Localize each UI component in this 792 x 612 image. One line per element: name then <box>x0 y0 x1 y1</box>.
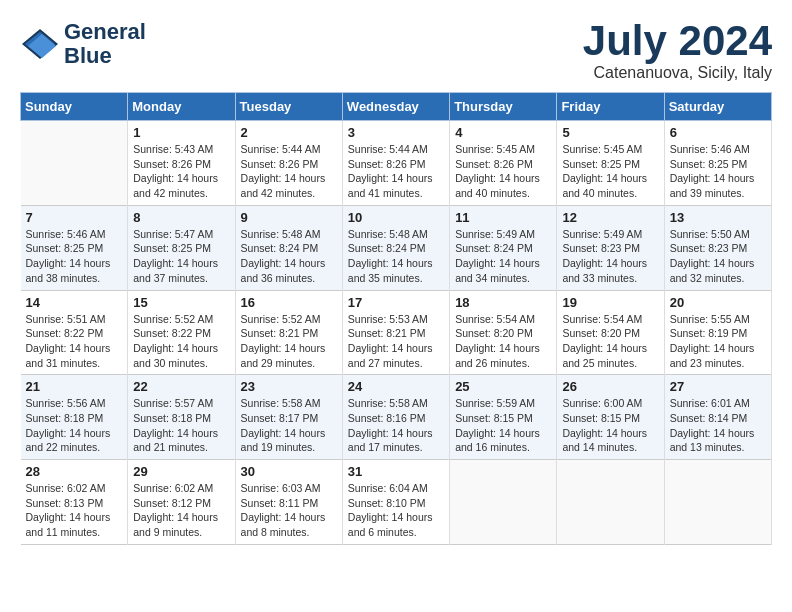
day-info: Sunrise: 5:49 AM Sunset: 8:24 PM Dayligh… <box>455 227 551 286</box>
location: Catenanuova, Sicily, Italy <box>583 64 772 82</box>
day-number: 29 <box>133 464 229 479</box>
calendar-week-row: 14Sunrise: 5:51 AM Sunset: 8:22 PM Dayli… <box>21 290 772 375</box>
calendar-cell <box>664 460 771 545</box>
day-number: 9 <box>241 210 337 225</box>
calendar-cell: 24Sunrise: 5:58 AM Sunset: 8:16 PM Dayli… <box>342 375 449 460</box>
day-number: 31 <box>348 464 444 479</box>
day-info: Sunrise: 5:44 AM Sunset: 8:26 PM Dayligh… <box>348 142 444 201</box>
day-info: Sunrise: 5:58 AM Sunset: 8:16 PM Dayligh… <box>348 396 444 455</box>
day-info: Sunrise: 5:45 AM Sunset: 8:25 PM Dayligh… <box>562 142 658 201</box>
day-number: 30 <box>241 464 337 479</box>
day-info: Sunrise: 5:47 AM Sunset: 8:25 PM Dayligh… <box>133 227 229 286</box>
day-info: Sunrise: 5:54 AM Sunset: 8:20 PM Dayligh… <box>562 312 658 371</box>
calendar-cell: 23Sunrise: 5:58 AM Sunset: 8:17 PM Dayli… <box>235 375 342 460</box>
day-info: Sunrise: 5:55 AM Sunset: 8:19 PM Dayligh… <box>670 312 766 371</box>
logo-icon <box>20 24 60 64</box>
day-info: Sunrise: 6:02 AM Sunset: 8:12 PM Dayligh… <box>133 481 229 540</box>
day-number: 8 <box>133 210 229 225</box>
calendar-cell: 29Sunrise: 6:02 AM Sunset: 8:12 PM Dayli… <box>128 460 235 545</box>
day-number: 25 <box>455 379 551 394</box>
calendar-cell: 17Sunrise: 5:53 AM Sunset: 8:21 PM Dayli… <box>342 290 449 375</box>
day-info: Sunrise: 6:02 AM Sunset: 8:13 PM Dayligh… <box>26 481 123 540</box>
calendar-cell: 25Sunrise: 5:59 AM Sunset: 8:15 PM Dayli… <box>450 375 557 460</box>
day-number: 11 <box>455 210 551 225</box>
calendar-cell: 28Sunrise: 6:02 AM Sunset: 8:13 PM Dayli… <box>21 460 128 545</box>
day-number: 6 <box>670 125 766 140</box>
calendar-cell <box>21 121 128 206</box>
calendar-week-row: 1Sunrise: 5:43 AM Sunset: 8:26 PM Daylig… <box>21 121 772 206</box>
day-info: Sunrise: 5:54 AM Sunset: 8:20 PM Dayligh… <box>455 312 551 371</box>
day-number: 15 <box>133 295 229 310</box>
day-number: 7 <box>26 210 123 225</box>
page-header: General Blue July 2024 Catenanuova, Sici… <box>20 20 772 82</box>
calendar-cell: 10Sunrise: 5:48 AM Sunset: 8:24 PM Dayli… <box>342 205 449 290</box>
day-number: 21 <box>26 379 123 394</box>
header-saturday: Saturday <box>664 93 771 121</box>
calendar-cell: 30Sunrise: 6:03 AM Sunset: 8:11 PM Dayli… <box>235 460 342 545</box>
day-number: 4 <box>455 125 551 140</box>
day-info: Sunrise: 5:58 AM Sunset: 8:17 PM Dayligh… <box>241 396 337 455</box>
day-number: 23 <box>241 379 337 394</box>
day-info: Sunrise: 5:45 AM Sunset: 8:26 PM Dayligh… <box>455 142 551 201</box>
day-info: Sunrise: 5:43 AM Sunset: 8:26 PM Dayligh… <box>133 142 229 201</box>
calendar-table: SundayMondayTuesdayWednesdayThursdayFrid… <box>20 92 772 545</box>
day-number: 10 <box>348 210 444 225</box>
calendar-cell: 14Sunrise: 5:51 AM Sunset: 8:22 PM Dayli… <box>21 290 128 375</box>
day-number: 27 <box>670 379 766 394</box>
calendar-cell: 1Sunrise: 5:43 AM Sunset: 8:26 PM Daylig… <box>128 121 235 206</box>
day-info: Sunrise: 5:46 AM Sunset: 8:25 PM Dayligh… <box>26 227 123 286</box>
day-number: 17 <box>348 295 444 310</box>
calendar-cell: 31Sunrise: 6:04 AM Sunset: 8:10 PM Dayli… <box>342 460 449 545</box>
header-thursday: Thursday <box>450 93 557 121</box>
day-info: Sunrise: 5:44 AM Sunset: 8:26 PM Dayligh… <box>241 142 337 201</box>
day-number: 3 <box>348 125 444 140</box>
day-number: 13 <box>670 210 766 225</box>
day-info: Sunrise: 6:04 AM Sunset: 8:10 PM Dayligh… <box>348 481 444 540</box>
day-info: Sunrise: 6:03 AM Sunset: 8:11 PM Dayligh… <box>241 481 337 540</box>
day-number: 20 <box>670 295 766 310</box>
calendar-cell: 12Sunrise: 5:49 AM Sunset: 8:23 PM Dayli… <box>557 205 664 290</box>
calendar-cell <box>557 460 664 545</box>
day-number: 19 <box>562 295 658 310</box>
logo-line2: Blue <box>64 44 146 68</box>
calendar-cell: 9Sunrise: 5:48 AM Sunset: 8:24 PM Daylig… <box>235 205 342 290</box>
calendar-cell: 21Sunrise: 5:56 AM Sunset: 8:18 PM Dayli… <box>21 375 128 460</box>
day-number: 14 <box>26 295 123 310</box>
calendar-cell: 5Sunrise: 5:45 AM Sunset: 8:25 PM Daylig… <box>557 121 664 206</box>
day-info: Sunrise: 5:52 AM Sunset: 8:22 PM Dayligh… <box>133 312 229 371</box>
calendar-header-row: SundayMondayTuesdayWednesdayThursdayFrid… <box>21 93 772 121</box>
logo-line1: General <box>64 20 146 44</box>
day-number: 2 <box>241 125 337 140</box>
day-number: 18 <box>455 295 551 310</box>
month-title: July 2024 <box>583 20 772 62</box>
day-info: Sunrise: 5:48 AM Sunset: 8:24 PM Dayligh… <box>348 227 444 286</box>
calendar-cell: 18Sunrise: 5:54 AM Sunset: 8:20 PM Dayli… <box>450 290 557 375</box>
calendar-cell: 8Sunrise: 5:47 AM Sunset: 8:25 PM Daylig… <box>128 205 235 290</box>
day-number: 28 <box>26 464 123 479</box>
header-sunday: Sunday <box>21 93 128 121</box>
day-number: 16 <box>241 295 337 310</box>
calendar-cell: 19Sunrise: 5:54 AM Sunset: 8:20 PM Dayli… <box>557 290 664 375</box>
calendar-cell: 22Sunrise: 5:57 AM Sunset: 8:18 PM Dayli… <box>128 375 235 460</box>
day-info: Sunrise: 5:50 AM Sunset: 8:23 PM Dayligh… <box>670 227 766 286</box>
calendar-cell: 26Sunrise: 6:00 AM Sunset: 8:15 PM Dayli… <box>557 375 664 460</box>
day-info: Sunrise: 5:57 AM Sunset: 8:18 PM Dayligh… <box>133 396 229 455</box>
calendar-cell <box>450 460 557 545</box>
day-info: Sunrise: 5:49 AM Sunset: 8:23 PM Dayligh… <box>562 227 658 286</box>
day-info: Sunrise: 5:56 AM Sunset: 8:18 PM Dayligh… <box>26 396 123 455</box>
calendar-cell: 4Sunrise: 5:45 AM Sunset: 8:26 PM Daylig… <box>450 121 557 206</box>
calendar-cell: 3Sunrise: 5:44 AM Sunset: 8:26 PM Daylig… <box>342 121 449 206</box>
header-wednesday: Wednesday <box>342 93 449 121</box>
day-number: 22 <box>133 379 229 394</box>
header-tuesday: Tuesday <box>235 93 342 121</box>
day-number: 5 <box>562 125 658 140</box>
day-info: Sunrise: 5:52 AM Sunset: 8:21 PM Dayligh… <box>241 312 337 371</box>
calendar-cell: 27Sunrise: 6:01 AM Sunset: 8:14 PM Dayli… <box>664 375 771 460</box>
calendar-week-row: 7Sunrise: 5:46 AM Sunset: 8:25 PM Daylig… <box>21 205 772 290</box>
calendar-cell: 6Sunrise: 5:46 AM Sunset: 8:25 PM Daylig… <box>664 121 771 206</box>
day-number: 12 <box>562 210 658 225</box>
day-info: Sunrise: 6:01 AM Sunset: 8:14 PM Dayligh… <box>670 396 766 455</box>
calendar-cell: 7Sunrise: 5:46 AM Sunset: 8:25 PM Daylig… <box>21 205 128 290</box>
day-info: Sunrise: 5:53 AM Sunset: 8:21 PM Dayligh… <box>348 312 444 371</box>
day-number: 26 <box>562 379 658 394</box>
